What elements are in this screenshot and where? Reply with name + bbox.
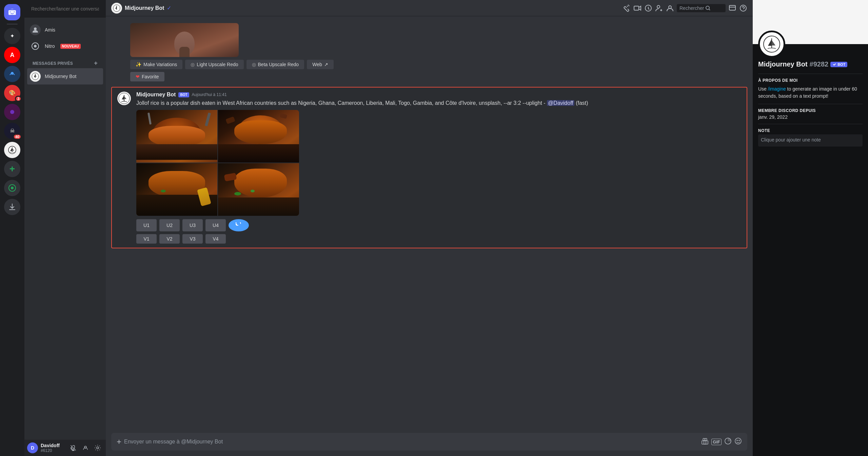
profile-avatar	[758, 31, 785, 58]
message-header: Midjourney Bot BOT Aujourd'hui à 11:41	[136, 92, 741, 98]
server-icon-download[interactable]	[4, 199, 20, 215]
profile-bot-badge: BOT	[830, 62, 847, 67]
favorite-button[interactable]: ❤ Favorite	[130, 72, 164, 81]
server-icon-paint[interactable]: 🎨 3	[4, 85, 20, 101]
sparkle-icon: ✨	[136, 62, 141, 67]
profile-username: Midjourney Bot	[758, 60, 808, 68]
light-upscale-icon: ◎	[191, 62, 195, 67]
u1-button[interactable]: U1	[136, 219, 157, 231]
grid-cell-1	[136, 110, 217, 163]
sticker-button[interactable]	[724, 437, 732, 446]
pin-button[interactable]	[644, 4, 652, 12]
midjourney-avatar-message	[117, 92, 131, 105]
add-dm-button[interactable]: +	[94, 60, 98, 67]
server-icon-adobe[interactable]: A	[4, 47, 20, 63]
svg-point-28	[740, 5, 746, 11]
grid-cell-2	[218, 110, 299, 163]
dm-item-amis[interactable]: Amis	[27, 22, 103, 38]
note-input[interactable]: Clique pour ajouter une note	[758, 134, 863, 147]
beta-upscale-redo-button[interactable]: ◎ Beta Upscale Redo	[246, 60, 304, 69]
favorite-button-area: ❤ Favorite	[130, 72, 747, 81]
highlighted-message: Midjourney Bot BOT Aujourd'hui à 11:41 J…	[111, 87, 747, 248]
chat-search[interactable]: Rechercher	[677, 4, 726, 12]
prev-message-buttons: ✨ Make Variations ◎ Light Upscale Redo ◎…	[130, 60, 747, 69]
message-body: Midjourney Bot BOT Aujourd'hui à 11:41 J…	[136, 92, 741, 244]
favorite-label: Favorite	[142, 74, 159, 79]
profile-info: Midjourney Bot #9282 BOT À PROPOS DE MOI…	[753, 44, 868, 456]
svg-rect-31	[704, 441, 706, 444]
dm-sidebar: Amis Nitro NOUVEAU MESSAGES PRIVÉS +	[24, 0, 106, 456]
message-input-area: + GIF	[106, 433, 753, 456]
profile-discriminator: #9282	[810, 60, 829, 68]
svg-text:🎨: 🎨	[9, 90, 16, 96]
profile-divider-1	[758, 74, 863, 74]
help-button[interactable]	[739, 4, 747, 12]
profile-divider-3	[758, 124, 863, 124]
server-icon-explore[interactable]	[4, 180, 20, 196]
search-placeholder: Rechercher	[679, 5, 704, 11]
current-user-name: Davidoff	[41, 443, 65, 448]
image-grid	[136, 110, 299, 216]
note-placeholder: Clique pour ajouter une note	[761, 137, 821, 142]
light-upscale-redo-button[interactable]: ◎ Light Upscale Redo	[185, 60, 243, 69]
server-icon-add[interactable]: +	[4, 161, 20, 177]
svg-point-24	[657, 5, 660, 8]
v4-button[interactable]: V4	[205, 234, 226, 244]
chat-header-avatar	[111, 3, 122, 14]
section-header-label: MESSAGES PRIVÉS	[33, 61, 73, 66]
inbox-button[interactable]	[728, 4, 736, 12]
server-icon-ai[interactable]: ✦	[4, 28, 20, 44]
u4-button[interactable]: U4	[205, 219, 226, 231]
add-icon: +	[9, 164, 15, 174]
profile-sidebar: Midjourney Bot #9282 BOT À PROPOS DE MOI…	[753, 0, 868, 456]
server-icon-home[interactable]	[4, 4, 20, 20]
dm-item-midjourney[interactable]: Midjourney Bot	[27, 68, 103, 84]
messages-area[interactable]: ✨ Make Variations ◎ Light Upscale Redo ◎…	[106, 16, 753, 433]
profile-button[interactable]	[666, 4, 674, 12]
server-icon-blue[interactable]	[4, 66, 20, 82]
call-button[interactable]	[623, 4, 631, 12]
u2-button[interactable]: U2	[159, 219, 180, 231]
server-icon-skull[interactable]: ☠ 40	[4, 123, 20, 139]
refresh-button[interactable]	[229, 219, 249, 231]
v3-button[interactable]: V3	[182, 234, 203, 244]
emoji-button[interactable]	[734, 437, 742, 446]
server-icon-sailboat[interactable]	[4, 142, 20, 158]
grid-cell-4	[218, 163, 299, 216]
paint-badge: 3	[15, 96, 22, 102]
message-input-box: + GIF	[111, 433, 747, 451]
v2-button[interactable]: V2	[159, 234, 180, 244]
dm-search-input[interactable]	[28, 4, 102, 14]
message-input[interactable]	[124, 435, 698, 449]
svg-point-34	[737, 440, 737, 441]
gift-button[interactable]	[701, 437, 709, 446]
member-since-value: janv. 29, 2022	[758, 114, 863, 120]
note-title: NOTE	[758, 128, 863, 133]
svg-point-33	[735, 438, 741, 444]
server-icon-purple[interactable]	[4, 104, 20, 120]
message-timestamp: Aujourd'hui à 11:41	[192, 92, 227, 97]
amis-name: Amis	[45, 27, 55, 33]
mute-button[interactable]	[68, 442, 79, 453]
svg-rect-30	[702, 441, 708, 444]
add-member-button[interactable]	[655, 4, 663, 12]
about-me-title: À PROPOS DE MOI	[758, 78, 863, 83]
v1-button[interactable]: V1	[136, 234, 157, 244]
u3-button[interactable]: U3	[182, 219, 203, 231]
imagine-link[interactable]: /imagine	[768, 86, 786, 92]
add-attachment-button[interactable]: +	[117, 433, 121, 451]
video-button[interactable]	[633, 4, 642, 12]
profile-banner	[753, 0, 868, 44]
gif-button[interactable]: GIF	[711, 439, 722, 445]
light-upscale-redo-label: Light Upscale Redo	[197, 62, 238, 67]
dm-search-bar[interactable]	[24, 0, 106, 18]
dm-item-nitro[interactable]: Nitro NOUVEAU	[27, 38, 103, 54]
svg-point-26	[706, 6, 709, 10]
deafen-button[interactable]	[80, 442, 91, 453]
chat-header-actions: Rechercher	[623, 4, 747, 12]
beta-upscale-redo-label: Beta Upscale Redo	[258, 62, 299, 67]
external-link-icon: ↗	[324, 62, 328, 67]
make-variations-button[interactable]: ✨ Make Variations	[130, 60, 182, 69]
settings-button[interactable]	[92, 442, 103, 453]
web-button[interactable]: Web ↗	[307, 60, 334, 69]
